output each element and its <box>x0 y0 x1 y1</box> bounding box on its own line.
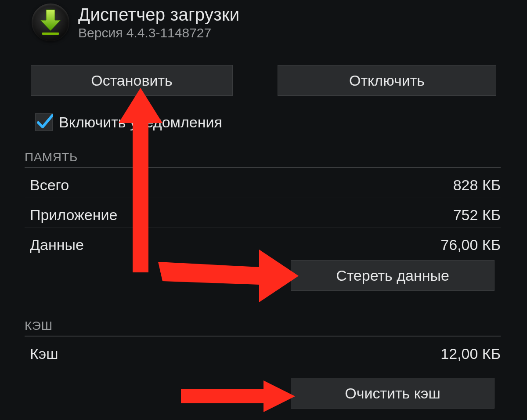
memory-data-row: Данные 76,00 КБ <box>30 236 501 253</box>
stop-button[interactable]: Остановить <box>31 65 233 96</box>
app-title: Диспетчер загрузки <box>78 5 239 25</box>
cache-section-title: КЭШ <box>25 319 53 333</box>
divider <box>25 336 501 337</box>
memory-app-row: Приложение 752 КБ <box>30 206 501 224</box>
memory-section-title: ПАМЯТЬ <box>25 150 78 164</box>
svg-rect-7 <box>181 389 264 403</box>
divider <box>25 198 501 198</box>
annotation-arrow-icon <box>181 379 295 414</box>
enable-notifications-checkbox[interactable] <box>35 113 53 131</box>
memory-app-label: Приложение <box>30 206 117 224</box>
divider <box>25 167 501 168</box>
memory-data-value: 76,00 КБ <box>440 236 501 253</box>
cache-row: Кэш 12,00 КБ <box>30 345 501 362</box>
memory-data-label: Данные <box>30 236 84 253</box>
enable-notifications-label: Включить уведомления <box>59 114 222 131</box>
disable-button[interactable]: Отключить <box>278 65 496 96</box>
cache-label: Кэш <box>30 345 58 362</box>
cache-value: 12,00 КБ <box>440 345 501 362</box>
memory-total-value: 828 КБ <box>453 177 501 194</box>
memory-total-label: Всего <box>30 177 69 194</box>
memory-app-value: 752 КБ <box>453 206 501 224</box>
clear-data-button[interactable]: Стереть данные <box>291 260 495 291</box>
divider <box>25 228 501 228</box>
svg-marker-5 <box>158 262 260 285</box>
svg-marker-0 <box>40 10 61 31</box>
memory-total-row: Всего 828 КБ <box>30 177 501 194</box>
app-icon <box>32 4 69 41</box>
clear-cache-button[interactable]: Очистить кэш <box>291 378 495 409</box>
svg-rect-1 <box>42 33 59 35</box>
app-version: Версия 4.4.3-1148727 <box>78 25 239 40</box>
